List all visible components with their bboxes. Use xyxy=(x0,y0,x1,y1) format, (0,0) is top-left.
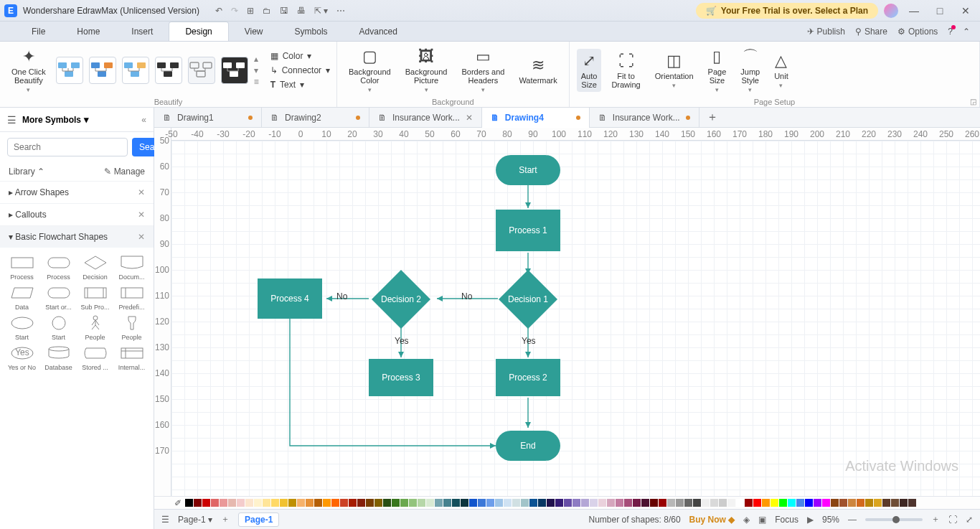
color-swatch[interactable] xyxy=(237,499,245,507)
orientation-button[interactable]: ◫Orientation▾ xyxy=(651,49,698,92)
color-swatch[interactable] xyxy=(753,499,761,507)
color-swatch[interactable] xyxy=(245,499,253,507)
color-swatch[interactable] xyxy=(796,499,804,507)
save-icon[interactable]: 🖫 xyxy=(280,6,288,16)
color-swatch[interactable] xyxy=(736,499,744,507)
color-swatch[interactable] xyxy=(357,499,365,507)
shape-stencil[interactable]: Process xyxy=(41,253,76,281)
shape-stencil[interactable]: Sub Pro... xyxy=(77,284,113,311)
print-icon[interactable]: 🖶 xyxy=(297,6,306,16)
color-swatch[interactable] xyxy=(349,499,357,507)
add-page-button[interactable]: ＋ xyxy=(221,513,230,525)
color-swatch[interactable] xyxy=(848,499,856,507)
maximize-button[interactable]: □ xyxy=(930,5,950,17)
style-next-icon[interactable]: ▾ xyxy=(254,65,259,75)
shape-stencil[interactable]: People xyxy=(114,314,149,341)
close-category-icon[interactable]: ✕ xyxy=(138,210,145,220)
shape-stencil[interactable]: YesYes or No xyxy=(4,344,39,371)
category-basic-flowchart[interactable]: ▾ Basic Flowchart Shapes✕ xyxy=(0,225,154,248)
color-swatch[interactable] xyxy=(702,499,710,507)
color-swatch[interactable] xyxy=(323,499,331,507)
add-tab-button[interactable]: ＋ xyxy=(699,110,725,125)
manage-library-button[interactable]: ✎ Manage xyxy=(104,167,145,177)
color-swatch[interactable] xyxy=(624,499,632,507)
color-swatch[interactable] xyxy=(185,499,193,507)
theme-style-1[interactable] xyxy=(56,57,83,84)
page-selector[interactable]: Page-1 ▾ xyxy=(178,515,212,525)
shape-stencil[interactable]: Docum... xyxy=(114,253,149,281)
flow-process-4[interactable]: Process 4 xyxy=(258,278,322,319)
color-swatch[interactable] xyxy=(366,499,374,507)
color-swatch[interactable] xyxy=(547,499,555,507)
color-swatch[interactable] xyxy=(254,499,262,507)
theme-style-4[interactable] xyxy=(155,57,182,84)
color-swatch[interactable] xyxy=(478,499,486,507)
flow-process-3[interactable]: Process 3 xyxy=(369,359,433,396)
shape-stencil[interactable]: Process xyxy=(4,253,39,281)
shape-stencil[interactable]: Decision xyxy=(77,253,113,281)
zoom-out-button[interactable]: — xyxy=(848,515,857,525)
style-gallery-icon[interactable]: ≡ xyxy=(254,77,259,87)
color-swatch[interactable] xyxy=(607,499,615,507)
symbol-search-input[interactable] xyxy=(7,138,128,156)
document-tab[interactable]: 🗎Insurance Work... xyxy=(590,108,699,128)
color-swatch[interactable] xyxy=(340,499,348,507)
color-swatch[interactable] xyxy=(727,499,735,507)
eyedropper-icon[interactable]: ✐ xyxy=(171,498,184,508)
color-swatch[interactable] xyxy=(762,499,770,507)
library-toggle[interactable]: Library ⌃ xyxy=(9,167,44,177)
menu-insert[interactable]: Insert xyxy=(116,22,169,41)
color-swatch[interactable] xyxy=(461,499,468,507)
color-swatch[interactable] xyxy=(271,499,279,507)
color-swatch[interactable] xyxy=(202,499,210,507)
user-avatar[interactable] xyxy=(884,4,898,18)
menu-design[interactable]: Design xyxy=(169,22,228,41)
menu-file[interactable]: File xyxy=(16,22,61,41)
color-swatch[interactable] xyxy=(331,499,339,507)
color-swatch[interactable] xyxy=(564,499,572,507)
auto-size-button[interactable]: ⤢Auto Size xyxy=(577,49,602,92)
borders-headers-button[interactable]: ▭Borders and Headers▾ xyxy=(457,45,509,96)
shape-stencil[interactable]: Start xyxy=(4,314,39,341)
theme-style-2[interactable] xyxy=(89,57,116,84)
color-swatch[interactable] xyxy=(194,499,202,507)
zoom-in-button[interactable]: ＋ xyxy=(931,513,940,525)
color-swatch[interactable] xyxy=(263,499,270,507)
color-swatch[interactable] xyxy=(693,499,701,507)
color-swatch[interactable] xyxy=(297,499,305,507)
document-tab[interactable]: 🗎Drawing2 xyxy=(262,108,369,128)
color-swatch[interactable] xyxy=(409,499,417,507)
color-swatch[interactable] xyxy=(573,499,580,507)
color-swatch[interactable] xyxy=(392,499,400,507)
shape-stencil[interactable]: Database xyxy=(41,344,76,371)
color-swatch[interactable] xyxy=(667,499,675,507)
color-swatch[interactable] xyxy=(529,499,537,507)
one-click-beautify-button[interactable]: ✦ One Click Beautify ▾ xyxy=(7,45,50,96)
pages-list-icon[interactable]: ☰ xyxy=(161,515,169,525)
bg-color-button[interactable]: ▢Background Color▾ xyxy=(344,45,395,96)
more-icon[interactable]: ⋯ xyxy=(336,6,345,16)
color-swatch[interactable] xyxy=(220,499,227,507)
undo-icon[interactable]: ↶ xyxy=(215,6,222,16)
layers-icon[interactable]: ◈ xyxy=(743,515,750,525)
color-swatch[interactable] xyxy=(822,499,830,507)
color-swatch[interactable] xyxy=(581,499,589,507)
open-icon[interactable]: 🗀 xyxy=(263,6,271,16)
style-prev-icon[interactable]: ▴ xyxy=(254,54,259,64)
unit-button[interactable]: △Unit▾ xyxy=(770,49,793,92)
menu-view[interactable]: View xyxy=(229,22,279,41)
color-swatch[interactable] xyxy=(314,499,322,507)
shape-stencil[interactable]: Start or... xyxy=(41,284,76,311)
color-swatch[interactable] xyxy=(452,499,460,507)
color-swatch[interactable] xyxy=(538,499,546,507)
library-menu-icon[interactable]: ☰ xyxy=(7,114,17,126)
page-size-button[interactable]: ▯Page Size▾ xyxy=(704,45,731,96)
color-swatch[interactable] xyxy=(306,499,314,507)
color-swatch[interactable] xyxy=(504,499,512,507)
bg-picture-button[interactable]: 🖼Background Picture▾ xyxy=(401,45,452,96)
shape-stencil[interactable]: Start xyxy=(41,314,76,341)
menu-advanced[interactable]: Advanced xyxy=(344,22,413,41)
trial-banner[interactable]: 🛒 Your Free Trial is over. Select a Plan xyxy=(696,3,878,19)
color-swatch[interactable] xyxy=(831,499,839,507)
shape-stencil[interactable]: Stored ... xyxy=(77,344,113,371)
